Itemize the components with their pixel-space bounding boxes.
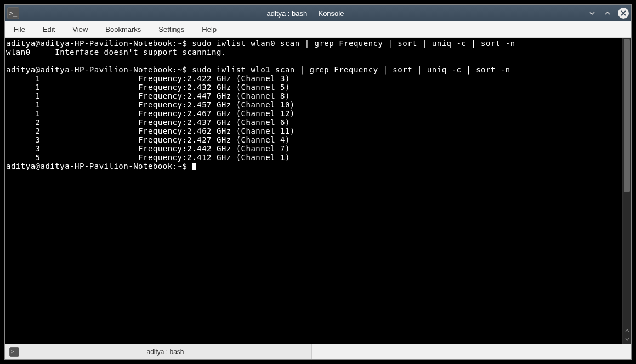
tab-label: aditya : bash — [24, 348, 307, 356]
menu-file[interactable]: File — [12, 24, 27, 35]
menu-bookmarks[interactable]: Bookmarks — [103, 24, 143, 35]
app-icon: >_ — [7, 7, 19, 19]
terminal[interactable]: aditya@aditya-HP-Pavilion-Notebook:~$ su… — [5, 38, 622, 344]
tabbar: >_ aditya : bash — [5, 344, 631, 359]
menu-view[interactable]: View — [70, 24, 90, 35]
close-button[interactable] — [618, 8, 629, 19]
terminal-icon: >_ — [9, 347, 19, 357]
menu-settings[interactable]: Settings — [156, 24, 186, 35]
minimize-button[interactable] — [587, 8, 597, 18]
scrollbar-up-button[interactable] — [623, 326, 631, 335]
titlebar[interactable]: >_ aditya : bash — Konsole — [5, 5, 631, 21]
scrollbar-down-button[interactable] — [623, 335, 631, 344]
close-icon — [620, 10, 627, 16]
window-controls — [587, 8, 629, 19]
maximize-button[interactable] — [603, 8, 612, 18]
chevron-down-icon — [588, 9, 596, 17]
menubar: File Edit View Bookmarks Settings Help — [5, 21, 631, 38]
konsole-window: >_ aditya : bash — Konsole File Edit Vie… — [4, 4, 632, 360]
tab-bash[interactable]: >_ aditya : bash — [5, 344, 312, 359]
scrollbar[interactable] — [622, 38, 631, 344]
window-title: aditya : bash — Konsole — [24, 9, 587, 18]
chevron-up-icon — [624, 328, 630, 333]
menu-edit[interactable]: Edit — [41, 24, 57, 35]
menu-help[interactable]: Help — [200, 24, 219, 35]
chevron-up-icon — [604, 9, 611, 17]
terminal-prompt: aditya@aditya-HP-Pavilion-Notebook:~$ — [6, 162, 192, 170]
terminal-cursor — [192, 163, 196, 170]
terminal-area: aditya@aditya-HP-Pavilion-Notebook:~$ su… — [5, 38, 631, 344]
chevron-down-icon — [624, 337, 630, 342]
scrollbar-thumb[interactable] — [624, 39, 630, 192]
